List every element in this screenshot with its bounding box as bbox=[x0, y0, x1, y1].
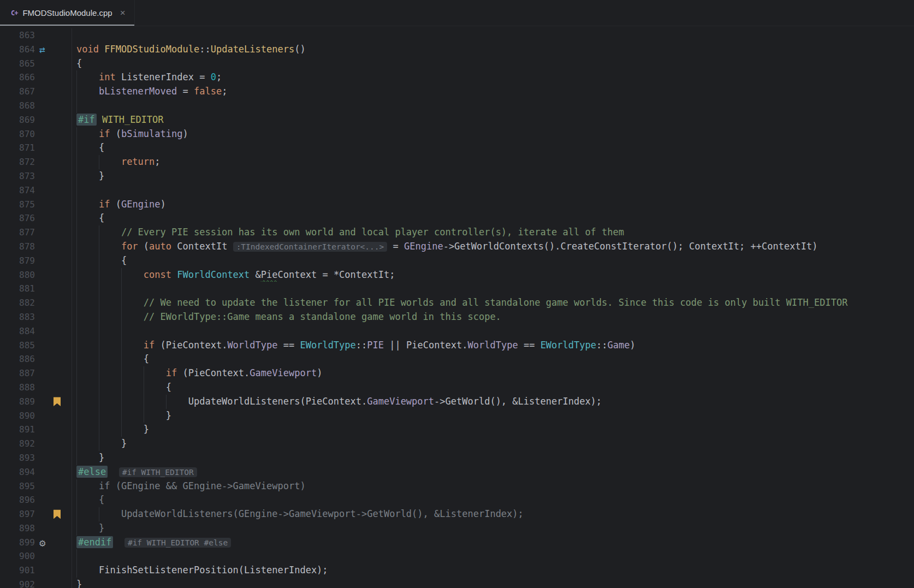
line-number[interactable]: 877 bbox=[0, 225, 35, 240]
code-line[interactable]: bListenerMoved = false; bbox=[72, 85, 914, 99]
code-line[interactable]: const FWorldContext &PieContext = *Conte… bbox=[72, 268, 914, 282]
code-token[interactable]: || PieContext. bbox=[384, 340, 468, 351]
code-token[interactable]: :: bbox=[356, 340, 367, 351]
code-token[interactable] bbox=[113, 537, 124, 548]
code-token[interactable]: FinishSetListenerPosition(ListenerIndex)… bbox=[99, 565, 328, 575]
code-token[interactable]: UpdateListeners bbox=[211, 44, 295, 55]
code-token[interactable]: int bbox=[99, 72, 116, 82]
line-number[interactable]: 901 bbox=[0, 563, 35, 578]
code-line[interactable]: } bbox=[72, 423, 914, 437]
code-token[interactable]: ( bbox=[138, 241, 149, 252]
line-number[interactable]: 900 bbox=[0, 549, 35, 563]
code-token[interactable]: UpdateWorldListeners(GEngine->GameViewpo… bbox=[121, 508, 524, 519]
code-line[interactable]: int ListenerIndex = 0; bbox=[72, 70, 914, 85]
code-token[interactable]: return bbox=[121, 156, 155, 167]
code-line[interactable]: FinishSetListenerPosition(ListenerIndex)… bbox=[72, 563, 914, 578]
code-token[interactable]: (PieContext. bbox=[155, 340, 227, 351]
code-token[interactable]: :: bbox=[199, 44, 210, 55]
line-number[interactable]: 873 bbox=[0, 169, 35, 183]
code-line[interactable]: } bbox=[72, 437, 914, 451]
code-token[interactable]: } bbox=[99, 452, 104, 463]
code-token[interactable]: ->GetWorldContexts().CreateConstIterator… bbox=[443, 241, 818, 252]
line-number[interactable]: 869 bbox=[0, 113, 35, 127]
code-token[interactable]: false bbox=[194, 86, 222, 97]
code-token[interactable]: // We need to update the listener for al… bbox=[144, 297, 848, 308]
code-token[interactable]: = bbox=[387, 241, 404, 252]
line-number[interactable]: 891 bbox=[0, 423, 35, 437]
code-line[interactable]: // Every PIE session has its own world a… bbox=[72, 225, 914, 240]
code-line[interactable]: if (GEngine && GEngine->GameViewport) bbox=[72, 479, 914, 494]
line-number[interactable]: 882 bbox=[0, 296, 35, 310]
code-line[interactable]: { bbox=[72, 493, 914, 507]
code-line[interactable] bbox=[72, 324, 914, 338]
code-line[interactable]: if (PieContext.WorldType == EWorldType::… bbox=[72, 338, 914, 353]
code-token[interactable]: FWorldContext bbox=[177, 269, 250, 280]
code-token[interactable]: } bbox=[121, 438, 127, 449]
line-number[interactable]: 883 bbox=[0, 310, 35, 324]
preprocessor-directive[interactable]: #else bbox=[76, 466, 108, 478]
code-token[interactable]: auto bbox=[149, 241, 171, 252]
inlay-hint[interactable]: :TIndexedContainerIterator<...> bbox=[233, 242, 388, 252]
code-token[interactable]: WITH_EDITOR bbox=[102, 114, 164, 125]
code-line[interactable]: if (GEngine) bbox=[72, 198, 914, 212]
code-token[interactable]: :: bbox=[596, 340, 607, 351]
line-number[interactable]: 884 bbox=[0, 324, 35, 338]
code-token[interactable]: ) bbox=[630, 340, 635, 351]
code-token[interactable]: == bbox=[278, 340, 300, 351]
code-token[interactable]: ListenerIndex = bbox=[116, 72, 211, 82]
line-number[interactable]: 902 bbox=[0, 578, 35, 588]
code-line[interactable]: void FFMODStudioModule::UpdateListeners(… bbox=[72, 43, 914, 57]
code-line[interactable]: } bbox=[72, 578, 914, 588]
code-token[interactable]: if bbox=[99, 128, 110, 139]
code-token[interactable]: { bbox=[99, 142, 104, 153]
code-line[interactable]: #else #if WITH_EDITOR bbox=[72, 465, 914, 479]
code-line[interactable]: } bbox=[72, 409, 914, 423]
code-token[interactable]: ; bbox=[222, 86, 227, 97]
code-line[interactable]: return; bbox=[72, 155, 914, 169]
code-token[interactable]: if bbox=[166, 367, 177, 378]
code-token[interactable]: Game bbox=[607, 340, 630, 351]
code-line[interactable]: UpdateWorldListeners(GEngine->GameViewpo… bbox=[72, 507, 914, 521]
code-token[interactable]: } bbox=[99, 522, 104, 533]
code-token[interactable]: Pie bbox=[261, 269, 278, 280]
line-number[interactable]: 893 bbox=[0, 451, 35, 465]
code-token[interactable]: () bbox=[294, 44, 305, 55]
close-icon[interactable]: × bbox=[120, 8, 126, 17]
code-token[interactable]: for bbox=[121, 241, 138, 252]
code-token[interactable]: { bbox=[76, 58, 82, 69]
code-token[interactable]: // Every PIE session has its own world a… bbox=[121, 227, 624, 237]
code-token[interactable]: Context = *ContextIt; bbox=[278, 269, 395, 280]
preprocessor-directive[interactable]: #endif bbox=[76, 536, 113, 548]
line-number[interactable]: 896 bbox=[0, 493, 35, 507]
code-token[interactable]: 0 bbox=[211, 72, 216, 82]
code-line[interactable]: } bbox=[72, 451, 914, 465]
code-line[interactable] bbox=[72, 282, 914, 296]
editor-tab[interactable]: C+ FMODStudioModule.cpp × bbox=[0, 0, 135, 26]
line-number[interactable]: 890 bbox=[0, 409, 35, 423]
inlay-hint[interactable]: #if WITH_EDITOR bbox=[119, 467, 197, 477]
bookmark-icon[interactable] bbox=[54, 397, 61, 406]
code-line[interactable]: UpdateWorldListeners(PieContext.GameView… bbox=[72, 395, 914, 409]
recursion-icon[interactable]: ⇄ bbox=[39, 45, 45, 55]
line-number[interactable]: 879 bbox=[0, 254, 35, 268]
code-token[interactable]: if bbox=[144, 340, 155, 351]
code-line[interactable]: #if WITH_EDITOR bbox=[72, 113, 914, 127]
code-token[interactable]: } bbox=[99, 170, 104, 181]
code-token[interactable]: ) bbox=[161, 199, 166, 210]
line-number[interactable]: 889 bbox=[0, 395, 35, 409]
code-line[interactable]: { bbox=[72, 352, 914, 366]
code-token[interactable]: WorldType bbox=[468, 340, 518, 351]
code-token[interactable]: bSimulating bbox=[121, 128, 183, 139]
line-number[interactable]: 895 bbox=[0, 479, 35, 494]
code-line[interactable]: } bbox=[72, 521, 914, 536]
bookmark-icon[interactable] bbox=[54, 509, 61, 519]
code-token[interactable]: if bbox=[99, 199, 110, 210]
code-token[interactable]: EWorldType bbox=[300, 340, 355, 351]
code-line[interactable]: // EWorldType::Game means a standalone g… bbox=[72, 310, 914, 324]
code-token[interactable]: } bbox=[166, 410, 171, 421]
code-token[interactable]: // EWorldType::Game means a standalone g… bbox=[144, 311, 501, 322]
line-number[interactable]: 872 bbox=[0, 155, 35, 169]
code-token[interactable]: FFMODStudioModule bbox=[104, 44, 199, 55]
code-token[interactable]: { bbox=[121, 255, 127, 266]
code-line[interactable]: { bbox=[72, 141, 914, 155]
